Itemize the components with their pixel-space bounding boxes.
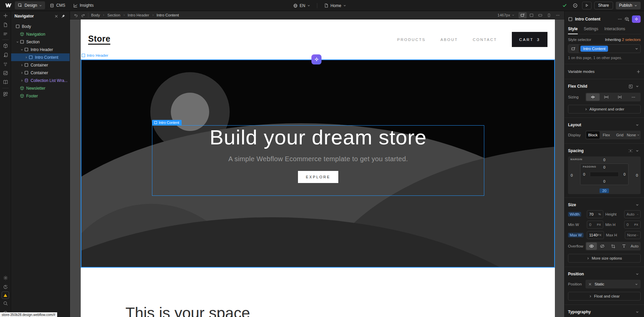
inheriting-count[interactable]: 2 selectors <box>622 38 641 42</box>
padding-bottom-value[interactable]: 0 <box>603 179 605 183</box>
min-h-unit[interactable]: PX <box>634 223 638 226</box>
cms-button[interactable]: CMS <box>46 1 69 9</box>
navigator-item-newsletter[interactable]: Newsletter <box>11 84 70 92</box>
sizing-shrink-option[interactable] <box>586 93 600 101</box>
overflow-auto-option[interactable]: Auto <box>629 242 640 250</box>
tab-settings[interactable]: Settings <box>584 27 598 31</box>
canvas-width-dropdown[interactable]: 1467px <box>497 13 515 17</box>
padding-right-value[interactable]: 0 <box>623 172 626 176</box>
overflow-scroll-option[interactable] <box>618 242 629 250</box>
more-breakpoints-button[interactable] <box>554 12 562 18</box>
breakpoint-desktop[interactable] <box>527 12 535 18</box>
sizing-grow-option[interactable] <box>600 93 613 101</box>
sizing-more-option[interactable] <box>627 93 640 101</box>
more-size-options-button[interactable]: More size options <box>568 254 641 263</box>
width-unit[interactable]: % <box>598 213 601 216</box>
class-selector-input[interactable]: Intro Content <box>568 44 641 53</box>
site-nav-link-contact[interactable]: CONTACT <box>473 38 497 42</box>
navigator-button[interactable] <box>0 29 11 38</box>
site-nav-link-products[interactable]: PRODUCTS <box>397 38 426 42</box>
min-h-input[interactable]: 0PX <box>624 221 641 229</box>
position-dropdown[interactable]: Static <box>585 280 641 288</box>
site-nav-link-about[interactable]: ABOUT <box>441 38 458 42</box>
typography-collapse-button[interactable] <box>634 309 641 315</box>
navigator-item-intro-content[interactable]: Intro Content <box>11 53 70 61</box>
navigator-item-body[interactable]: Body <box>11 22 70 30</box>
intro-header-selection-label[interactable]: Intro Header <box>82 53 108 57</box>
site-navbar[interactable]: Store PRODUCTS ABOUT CONTACT CART 3 <box>81 19 555 59</box>
page-switcher[interactable]: Home <box>321 2 350 10</box>
ai-assistant-handle[interactable] <box>311 54 321 64</box>
display-none-option[interactable]: None <box>627 131 640 139</box>
style-shapes-button[interactable] <box>0 50 11 59</box>
class-pill[interactable]: Intro Content <box>580 46 608 52</box>
share-button[interactable]: Share <box>594 2 613 9</box>
display-grid-option[interactable]: Grid <box>613 131 627 139</box>
breakpoint-tablet[interactable] <box>536 12 544 18</box>
alignment-order-button[interactable]: Alignment and order <box>568 105 641 114</box>
settings-button[interactable] <box>0 273 11 282</box>
layout-collapse-button[interactable] <box>634 122 641 128</box>
undo-button[interactable] <box>72 12 79 18</box>
section-heading[interactable]: This is your space <box>125 304 250 317</box>
audit-warning-button[interactable] <box>2 291 9 299</box>
webflow-logo[interactable] <box>3 1 13 9</box>
max-h-unit[interactable]: - <box>637 233 638 237</box>
intro-content-selection-badge[interactable]: Intro Content <box>152 120 182 125</box>
insights-button[interactable]: Insights <box>70 1 97 9</box>
navigator-pin-button[interactable] <box>60 13 66 19</box>
min-w-unit[interactable]: PX <box>597 223 601 226</box>
height-unit[interactable]: - <box>637 213 638 216</box>
create-component-button[interactable] <box>624 17 630 22</box>
padding-top-value[interactable]: 0 <box>603 165 605 169</box>
next-section[interactable]: This is your space <box>81 268 555 317</box>
spacing-mode-icon[interactable] <box>627 148 634 153</box>
search-button[interactable] <box>0 299 11 308</box>
size-collapse-button[interactable] <box>634 202 641 208</box>
breadcrumb-item[interactable]: Intro Header <box>128 13 149 17</box>
explore-button[interactable]: EXPLORE <box>298 171 338 183</box>
navigator-item-footer[interactable]: Footer <box>11 92 70 100</box>
overflow-visible-option[interactable] <box>586 242 597 250</box>
breadcrumb-item-current[interactable]: Intro Content <box>157 13 179 17</box>
height-input[interactable]: Auto- <box>624 210 641 218</box>
navigator-close-button[interactable] <box>53 13 60 19</box>
sizing-none-option[interactable] <box>613 93 627 101</box>
add-element-button[interactable] <box>0 11 11 20</box>
locale-switcher[interactable]: EN <box>290 2 314 10</box>
variables-button[interactable] <box>0 59 11 69</box>
width-input[interactable]: 70% <box>587 210 603 218</box>
flex-child-collapse-button[interactable] <box>634 84 641 89</box>
comments-button[interactable] <box>571 1 579 9</box>
margin-left-value[interactable]: 0 <box>571 173 573 177</box>
pages-button[interactable] <box>0 20 11 29</box>
breadcrumb-item[interactable]: Section <box>107 13 120 17</box>
navigator-item-intro-header[interactable]: Intro Header <box>11 46 70 53</box>
libraries-button[interactable] <box>0 78 11 87</box>
tab-interactions[interactable]: Interactions <box>604 27 625 31</box>
spacing-collapse-button[interactable] <box>634 148 641 153</box>
assets-button[interactable] <box>0 69 11 78</box>
navigator-item-container-1[interactable]: Container <box>11 61 70 69</box>
display-flex-option[interactable]: Flex <box>600 131 613 139</box>
hero-heading[interactable]: Build your dream store <box>152 125 484 149</box>
min-w-input[interactable]: 0PX <box>587 221 603 229</box>
intro-header-section[interactable]: Build your dream store A simple Webflow … <box>81 59 555 268</box>
apps-button[interactable] <box>0 90 11 99</box>
site-logo[interactable]: Store <box>88 34 110 45</box>
margin-bottom-value[interactable]: 20 <box>600 188 609 193</box>
add-variable-mode-button[interactable] <box>636 70 641 74</box>
overflow-hidden-option[interactable] <box>597 242 608 250</box>
preview-button[interactable] <box>582 2 592 9</box>
position-collapse-button[interactable] <box>634 271 641 277</box>
navigator-item-section[interactable]: Section <box>11 38 70 46</box>
navigator-item-container-2[interactable]: Container <box>11 69 70 77</box>
help-button[interactable] <box>0 282 11 291</box>
breadcrumb-item[interactable]: Body <box>91 13 100 17</box>
navigator-item-navigation[interactable]: Navigation <box>11 30 70 38</box>
breakpoint-desktop-default[interactable] <box>519 12 527 18</box>
max-w-input[interactable]: 1140PX <box>587 231 604 239</box>
margin-right-value[interactable]: 0 <box>636 173 638 177</box>
display-block-option[interactable]: Block <box>586 131 600 139</box>
element-menu-button[interactable] <box>617 17 622 21</box>
